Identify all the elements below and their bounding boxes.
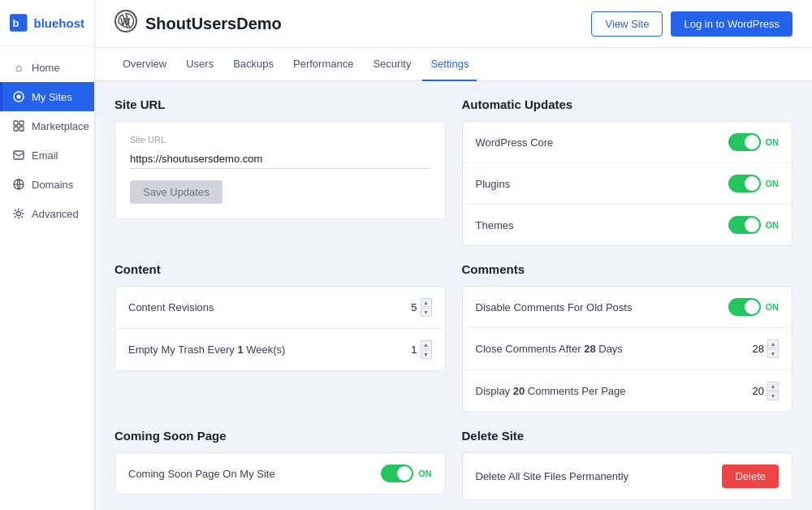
toggle-on-label-themes: ON [766, 220, 780, 230]
content-card: Content Revisions 5 ▲ ▼ Empty My Trash E… [114, 286, 446, 371]
content-area: Site URL Site URL Save Updates Automatic… [95, 81, 812, 510]
display-comments-label: Display 20 Comments Per Page [476, 385, 626, 397]
tab-backups[interactable]: Backups [225, 48, 282, 81]
bluehost-logo-icon: b [10, 11, 28, 34]
empty-trash-up[interactable]: ▲ [421, 340, 432, 349]
svg-point-3 [17, 95, 21, 99]
svg-rect-6 [14, 127, 18, 131]
sidebar-item-email[interactable]: Email [0, 140, 94, 170]
comments-section: Comments Disable Comments For Old Posts … [462, 262, 793, 413]
sidebar-nav: ⌂ Home My Sites Marketplace [0, 46, 94, 235]
content-revisions-up[interactable]: ▲ [421, 298, 432, 307]
view-site-button[interactable]: View Site [591, 11, 663, 37]
tab-performance[interactable]: Performance [285, 48, 361, 81]
display-comments-arrows: ▲ ▼ [767, 382, 779, 400]
save-updates-button[interactable]: Save Updates [130, 180, 222, 204]
empty-trash-control: 1 ▲ ▼ [401, 340, 432, 359]
toggle-row-plugins: Plugins ON [463, 163, 793, 205]
content-section-title: Content [114, 262, 446, 276]
tab-overview[interactable]: Overview [114, 48, 175, 81]
tab-security[interactable]: Security [365, 48, 419, 81]
toggle-area-disable-comments: ON [728, 298, 780, 316]
close-comments-up[interactable]: ▲ [767, 339, 779, 348]
toggle-themes[interactable] [728, 216, 761, 234]
sidebar-item-label: Email [32, 149, 58, 162]
empty-trash-arrows: ▲ ▼ [421, 340, 432, 359]
svg-text:W: W [120, 15, 131, 28]
comments-card: Disable Comments For Old Posts ON Close … [462, 286, 793, 413]
empty-trash-down[interactable]: ▼ [421, 350, 432, 359]
sidebar-item-label: Home [32, 62, 60, 74]
my-sites-icon [12, 90, 25, 103]
toggle-wp-core[interactable] [728, 133, 761, 151]
sidebar-item-label: Domains [32, 179, 73, 191]
login-wp-button[interactable]: Log in to WordPress [671, 11, 793, 37]
tab-users[interactable]: Users [178, 48, 222, 81]
toggle-area-plugins: ON [728, 175, 780, 192]
svg-rect-5 [19, 121, 24, 125]
sidebar-item-domains[interactable]: Domains [0, 170, 94, 199]
url-card-inner: Site URL Save Updates [115, 122, 445, 218]
delete-site-row: Delete All Site Files Permanently Delete [463, 453, 793, 499]
site-url-section: Site URL Site URL Save Updates [114, 97, 446, 246]
content-revisions-arrows: ▲ ▼ [421, 298, 432, 317]
sidebar-item-marketplace[interactable]: Marketplace [0, 111, 94, 140]
display-comments-control: 20 ▲ ▼ [748, 382, 779, 400]
close-comments-down[interactable]: ▼ [767, 349, 779, 358]
main-content: W ShoutUsersDemo View Site Log in to Wor… [95, 0, 812, 510]
delete-site-section: Delete Site Delete All Site Files Perman… [462, 429, 793, 500]
display-comments-value: 20 [748, 385, 764, 397]
gear-icon [12, 207, 25, 220]
svg-rect-4 [14, 121, 18, 125]
content-revisions-label: Content Revisions [128, 301, 214, 313]
sidebar: b bluehost ⌂ Home My Sites [0, 0, 95, 510]
sidebar-item-label: Marketplace [32, 120, 89, 132]
sidebar-item-my-sites[interactable]: My Sites [0, 82, 94, 111]
spinner-row-content-revisions: Content Revisions 5 ▲ ▼ [115, 287, 445, 329]
sidebar-logo: b bluehost [0, 0, 94, 46]
toggle-on-label-disable-comments: ON [766, 302, 780, 312]
toggle-row-themes: Themes ON [463, 205, 793, 245]
wordpress-icon: W [114, 10, 137, 37]
sidebar-item-home[interactable]: ⌂ Home [0, 53, 94, 82]
coming-soon-card: Coming Soon Page On My Site ON [114, 452, 446, 495]
auto-updates-section: Automatic Updates WordPress Core ON Plug… [462, 97, 793, 246]
toggle-disable-comments[interactable] [728, 298, 761, 316]
close-comments-arrows: ▲ ▼ [767, 339, 779, 358]
auto-updates-card: WordPress Core ON Plugins ON Themes [462, 121, 793, 246]
toggle-row-label-themes: Themes [476, 219, 514, 231]
site-title: ShoutUsersDemo [145, 15, 282, 33]
toggle-plugins[interactable] [728, 175, 761, 192]
sidebar-item-label: Advanced [32, 208, 79, 220]
display-comments-up[interactable]: ▲ [767, 382, 779, 391]
sidebar-item-advanced[interactable]: Advanced [0, 199, 94, 228]
comments-section-title: Comments [462, 262, 793, 276]
marketplace-icon [12, 119, 25, 132]
empty-trash-value: 1 [401, 344, 417, 356]
email-icon [12, 149, 25, 162]
toggle-row-disable-comments: Disable Comments For Old Posts ON [463, 287, 793, 328]
url-label: Site URL [130, 135, 430, 145]
spinner-row-empty-trash: Empty My Trash Every 1 Week(s) 1 ▲ ▼ [115, 329, 445, 370]
sidebar-item-label: My Sites [32, 91, 72, 103]
disable-comments-label: Disable Comments For Old Posts [476, 301, 633, 313]
home-icon: ⌂ [12, 61, 25, 74]
display-comments-down[interactable]: ▼ [767, 391, 779, 400]
site-title-area: W ShoutUsersDemo [114, 10, 282, 37]
toggle-row-label-plugins: Plugins [476, 178, 511, 190]
site-url-input[interactable] [130, 149, 430, 169]
toggle-area-coming-soon: ON [381, 465, 432, 482]
toggle-area-themes: ON [728, 216, 780, 234]
domains-icon [12, 178, 25, 191]
content-revisions-down[interactable]: ▼ [421, 308, 432, 317]
empty-trash-label: Empty My Trash Every 1 Week(s) [128, 344, 285, 356]
spinner-row-close-comments: Close Comments After 28 Days 28 ▲ ▼ [463, 328, 793, 370]
toggle-row-label-wp-core: WordPress Core [476, 136, 554, 149]
content-section: Content Content Revisions 5 ▲ ▼ Empty My… [114, 262, 446, 413]
delete-site-button[interactable]: Delete [722, 465, 779, 488]
toggle-on-label-coming-soon: ON [418, 469, 432, 478]
toggle-coming-soon[interactable] [381, 465, 413, 482]
brand-name: bluehost [34, 16, 85, 30]
tab-settings[interactable]: Settings [422, 48, 477, 81]
toggle-area-wp-core: ON [728, 133, 780, 151]
